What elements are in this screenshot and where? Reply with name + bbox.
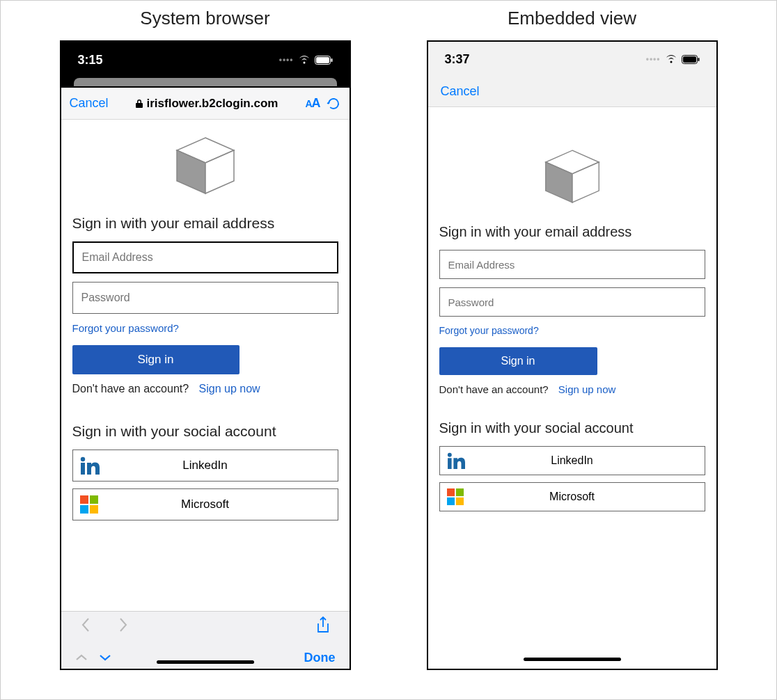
password-field[interactable]: [72, 282, 338, 314]
reload-icon[interactable]: [326, 96, 341, 111]
signup-link[interactable]: Sign up now: [558, 383, 616, 395]
cube-logo-icon: [174, 136, 237, 196]
microsoft-label: Microsoft: [472, 491, 698, 503]
share-button[interactable]: [316, 617, 330, 637]
microsoft-button[interactable]: Microsoft: [72, 488, 338, 520]
svg-rect-1: [316, 57, 329, 63]
status-time: 3:15: [78, 53, 103, 67]
svg-rect-9: [90, 495, 98, 504]
email-field[interactable]: [72, 241, 338, 273]
signin-button[interactable]: Sign in: [439, 347, 597, 375]
status-bar: 3:15 ••••: [61, 42, 350, 82]
linkedin-icon: [80, 456, 101, 475]
wifi-icon: [298, 55, 311, 65]
no-account-text: Don't have an account?: [72, 383, 189, 395]
cellular-dots-icon: ••••: [279, 55, 294, 65]
done-button[interactable]: Done: [304, 651, 336, 665]
cancel-button[interactable]: Cancel: [70, 96, 109, 111]
system-browser-phone: 3:15 •••• Cancel irisflower.b2clogin.com…: [60, 40, 351, 670]
svg-rect-11: [90, 505, 98, 514]
svg-rect-8: [80, 495, 88, 504]
no-account-text: Don't have an account?: [439, 383, 549, 395]
forward-button[interactable]: [118, 617, 128, 637]
linkedin-button[interactable]: LinkedIn: [439, 446, 705, 475]
microsoft-button[interactable]: Microsoft: [439, 482, 705, 511]
signin-heading: Sign in with your email address: [72, 215, 338, 232]
reader-aa-button[interactable]: AA: [305, 96, 320, 111]
status-time: 3:37: [445, 52, 470, 67]
find-prev-button[interactable]: [75, 651, 88, 665]
svg-point-6: [80, 457, 84, 461]
embedded-view-phone: 3:37 •••• Cancel Sign in: [427, 40, 718, 670]
svg-rect-14: [698, 58, 699, 61]
signin-page: Sign in with your email address Forgot y…: [61, 120, 350, 611]
svg-rect-7: [81, 463, 85, 475]
social-heading: Sign in with your social account: [439, 420, 705, 436]
signup-row: Don't have an account? Sign up now: [72, 383, 338, 395]
linkedin-label: LinkedIn: [472, 454, 698, 467]
right-column-title: Embedded view: [508, 8, 636, 29]
signup-link[interactable]: Sign up now: [199, 383, 260, 395]
lock-icon: [135, 99, 143, 109]
cancel-button[interactable]: Cancel: [441, 84, 480, 99]
svg-rect-21: [455, 488, 463, 496]
svg-rect-10: [80, 505, 88, 514]
find-next-button[interactable]: [99, 651, 111, 665]
url-display[interactable]: irisflower.b2clogin.com: [114, 97, 300, 111]
svg-rect-13: [683, 56, 696, 63]
microsoft-icon: [447, 488, 464, 505]
svg-rect-22: [447, 498, 455, 505]
svg-rect-19: [448, 458, 452, 469]
email-field[interactable]: [439, 250, 705, 279]
browser-address-bar: Cancel irisflower.b2clogin.com AA: [61, 88, 350, 120]
signup-row: Don't have an account? Sign up now: [439, 383, 705, 395]
microsoft-icon: [80, 495, 98, 514]
svg-rect-20: [447, 488, 455, 496]
linkedin-label: LinkedIn: [105, 459, 331, 472]
svg-rect-23: [455, 498, 463, 505]
cellular-dots-icon: ••••: [646, 54, 661, 64]
forgot-password-link[interactable]: Forgot your password?: [439, 325, 705, 336]
svg-rect-2: [331, 58, 332, 62]
linkedin-icon: [447, 452, 466, 469]
linkedin-button[interactable]: LinkedIn: [72, 450, 338, 482]
safari-toolbar: Done: [61, 611, 350, 669]
svg-point-18: [447, 453, 451, 457]
battery-icon: [315, 56, 333, 65]
wifi-icon: [665, 54, 677, 64]
url-text: irisflower.b2clogin.com: [146, 97, 278, 111]
back-button[interactable]: [81, 617, 91, 637]
battery-icon: [682, 55, 700, 64]
password-field[interactable]: [439, 287, 705, 317]
signin-button[interactable]: Sign in: [72, 345, 240, 374]
home-indicator[interactable]: [428, 649, 716, 669]
background-tab-peek: [61, 82, 350, 88]
signin-page: Sign in with your email address Forgot y…: [428, 107, 716, 649]
status-bar: 3:37 ••••: [428, 42, 716, 77]
forgot-password-link[interactable]: Forgot your password?: [72, 322, 338, 334]
cube-logo-icon: [543, 149, 602, 205]
left-column-title: System browser: [140, 8, 269, 29]
embedded-nav-bar: Cancel: [428, 77, 716, 107]
signin-heading: Sign in with your email address: [439, 224, 705, 240]
social-heading: Sign in with your social account: [72, 423, 338, 440]
microsoft-label: Microsoft: [105, 498, 331, 511]
